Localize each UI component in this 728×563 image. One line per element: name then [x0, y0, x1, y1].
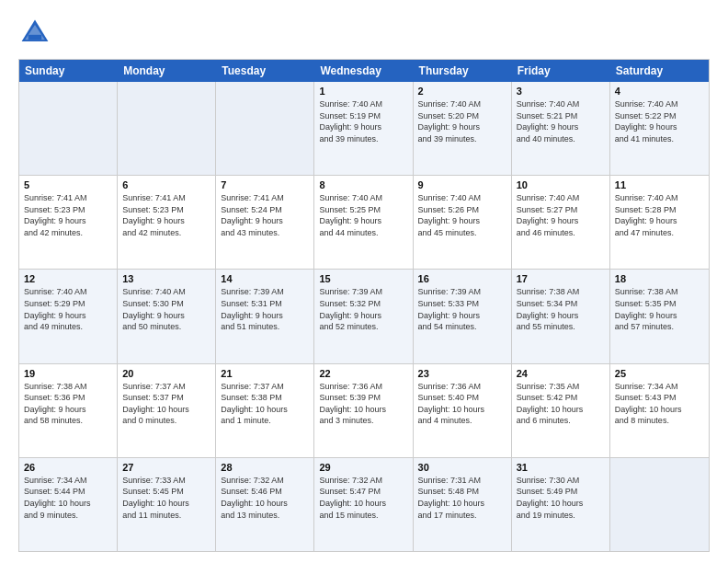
day-info: Sunrise: 7:40 AM Sunset: 5:22 PM Dayligh… [615, 98, 704, 144]
calendar: SundayMondayTuesdayWednesdayThursdayFrid… [18, 59, 710, 552]
empty-cell [19, 82, 118, 175]
header-day-saturday: Saturday [610, 60, 709, 82]
day-number: 19 [24, 368, 112, 379]
header-day-friday: Friday [512, 60, 610, 82]
calendar-body: 1Sunrise: 7:40 AM Sunset: 5:19 PM Daylig… [19, 82, 709, 551]
day-number: 27 [122, 462, 210, 473]
header [18, 17, 710, 50]
day-cell-14: 14Sunrise: 7:39 AM Sunset: 5:31 PM Dayli… [216, 270, 314, 362]
day-number: 17 [517, 273, 605, 284]
day-info: Sunrise: 7:32 AM Sunset: 5:46 PM Dayligh… [221, 475, 309, 521]
day-number: 3 [517, 86, 605, 97]
day-cell-4: 4Sunrise: 7:40 AM Sunset: 5:22 PM Daylig… [610, 82, 709, 175]
empty-cell [216, 82, 314, 175]
day-number: 22 [319, 368, 407, 379]
day-number: 14 [221, 273, 309, 284]
day-cell-29: 29Sunrise: 7:32 AM Sunset: 5:47 PM Dayli… [314, 458, 413, 551]
day-info: Sunrise: 7:40 AM Sunset: 5:20 PM Dayligh… [418, 98, 506, 144]
day-cell-2: 2Sunrise: 7:40 AM Sunset: 5:20 PM Daylig… [414, 82, 512, 175]
day-info: Sunrise: 7:38 AM Sunset: 5:36 PM Dayligh… [24, 381, 112, 427]
day-info: Sunrise: 7:40 AM Sunset: 5:27 PM Dayligh… [517, 192, 605, 238]
day-number: 24 [517, 368, 605, 379]
day-number: 6 [122, 179, 210, 190]
day-info: Sunrise: 7:39 AM Sunset: 5:32 PM Dayligh… [319, 286, 407, 332]
day-cell-20: 20Sunrise: 7:37 AM Sunset: 5:37 PM Dayli… [118, 364, 216, 457]
day-info: Sunrise: 7:36 AM Sunset: 5:40 PM Dayligh… [418, 381, 506, 427]
calendar-row-0: 1Sunrise: 7:40 AM Sunset: 5:19 PM Daylig… [19, 82, 709, 175]
day-info: Sunrise: 7:41 AM Sunset: 5:24 PM Dayligh… [221, 192, 309, 238]
day-info: Sunrise: 7:41 AM Sunset: 5:23 PM Dayligh… [122, 192, 210, 238]
header-day-sunday: Sunday [19, 60, 118, 82]
day-info: Sunrise: 7:37 AM Sunset: 5:37 PM Dayligh… [122, 381, 210, 427]
day-cell-28: 28Sunrise: 7:32 AM Sunset: 5:46 PM Dayli… [216, 458, 314, 551]
day-cell-15: 15Sunrise: 7:39 AM Sunset: 5:32 PM Dayli… [314, 270, 413, 362]
day-cell-25: 25Sunrise: 7:34 AM Sunset: 5:43 PM Dayli… [610, 364, 709, 457]
day-cell-22: 22Sunrise: 7:36 AM Sunset: 5:39 PM Dayli… [314, 364, 413, 457]
header-day-tuesday: Tuesday [216, 60, 314, 82]
day-info: Sunrise: 7:37 AM Sunset: 5:38 PM Dayligh… [221, 381, 309, 427]
day-cell-5: 5Sunrise: 7:41 AM Sunset: 5:23 PM Daylig… [19, 176, 118, 269]
calendar-row-3: 19Sunrise: 7:38 AM Sunset: 5:36 PM Dayli… [19, 363, 709, 457]
day-info: Sunrise: 7:40 AM Sunset: 5:30 PM Dayligh… [122, 286, 210, 332]
day-info: Sunrise: 7:39 AM Sunset: 5:33 PM Dayligh… [418, 286, 506, 332]
day-number: 15 [319, 273, 407, 284]
day-cell-31: 31Sunrise: 7:30 AM Sunset: 5:49 PM Dayli… [512, 458, 610, 551]
day-cell-18: 18Sunrise: 7:38 AM Sunset: 5:35 PM Dayli… [610, 270, 709, 362]
day-number: 20 [122, 368, 210, 379]
day-cell-8: 8Sunrise: 7:40 AM Sunset: 5:25 PM Daylig… [314, 176, 413, 269]
day-cell-3: 3Sunrise: 7:40 AM Sunset: 5:21 PM Daylig… [512, 82, 610, 175]
day-number: 26 [24, 462, 112, 473]
day-number: 13 [122, 273, 210, 284]
day-cell-26: 26Sunrise: 7:34 AM Sunset: 5:44 PM Dayli… [19, 458, 118, 551]
day-info: Sunrise: 7:33 AM Sunset: 5:45 PM Dayligh… [122, 475, 210, 521]
day-info: Sunrise: 7:38 AM Sunset: 5:34 PM Dayligh… [517, 286, 605, 332]
logo-icon [18, 17, 51, 50]
day-number: 9 [418, 179, 506, 190]
day-number: 8 [319, 179, 407, 190]
day-info: Sunrise: 7:40 AM Sunset: 5:19 PM Dayligh… [319, 98, 407, 144]
day-number: 2 [418, 86, 506, 97]
day-info: Sunrise: 7:38 AM Sunset: 5:35 PM Dayligh… [615, 286, 704, 332]
day-info: Sunrise: 7:35 AM Sunset: 5:42 PM Dayligh… [517, 381, 605, 427]
calendar-header: SundayMondayTuesdayWednesdayThursdayFrid… [19, 60, 709, 82]
day-number: 30 [418, 462, 506, 473]
day-number: 10 [517, 179, 605, 190]
day-info: Sunrise: 7:40 AM Sunset: 5:29 PM Dayligh… [24, 286, 112, 332]
day-info: Sunrise: 7:40 AM Sunset: 5:28 PM Dayligh… [615, 192, 704, 238]
day-info: Sunrise: 7:31 AM Sunset: 5:48 PM Dayligh… [418, 475, 506, 521]
day-info: Sunrise: 7:40 AM Sunset: 5:26 PM Dayligh… [418, 192, 506, 238]
day-cell-9: 9Sunrise: 7:40 AM Sunset: 5:26 PM Daylig… [414, 176, 512, 269]
calendar-row-1: 5Sunrise: 7:41 AM Sunset: 5:23 PM Daylig… [19, 175, 709, 269]
day-cell-27: 27Sunrise: 7:33 AM Sunset: 5:45 PM Dayli… [118, 458, 216, 551]
day-number: 1 [319, 86, 407, 97]
day-cell-21: 21Sunrise: 7:37 AM Sunset: 5:38 PM Dayli… [216, 364, 314, 457]
day-cell-10: 10Sunrise: 7:40 AM Sunset: 5:27 PM Dayli… [512, 176, 610, 269]
empty-cell [118, 82, 216, 175]
day-cell-24: 24Sunrise: 7:35 AM Sunset: 5:42 PM Dayli… [512, 364, 610, 457]
header-day-monday: Monday [118, 60, 216, 82]
day-number: 21 [221, 368, 309, 379]
day-number: 12 [24, 273, 112, 284]
day-number: 5 [24, 179, 112, 190]
day-number: 18 [615, 273, 704, 284]
day-number: 23 [418, 368, 506, 379]
day-cell-16: 16Sunrise: 7:39 AM Sunset: 5:33 PM Dayli… [414, 270, 512, 362]
svg-rect-2 [28, 35, 41, 40]
day-cell-6: 6Sunrise: 7:41 AM Sunset: 5:23 PM Daylig… [118, 176, 216, 269]
day-info: Sunrise: 7:40 AM Sunset: 5:25 PM Dayligh… [319, 192, 407, 238]
day-cell-23: 23Sunrise: 7:36 AM Sunset: 5:40 PM Dayli… [414, 364, 512, 457]
day-cell-1: 1Sunrise: 7:40 AM Sunset: 5:19 PM Daylig… [314, 82, 413, 175]
day-cell-11: 11Sunrise: 7:40 AM Sunset: 5:28 PM Dayli… [610, 176, 709, 269]
day-number: 25 [615, 368, 704, 379]
day-info: Sunrise: 7:40 AM Sunset: 5:21 PM Dayligh… [517, 98, 605, 144]
day-info: Sunrise: 7:34 AM Sunset: 5:44 PM Dayligh… [24, 475, 112, 521]
day-info: Sunrise: 7:39 AM Sunset: 5:31 PM Dayligh… [221, 286, 309, 332]
calendar-row-2: 12Sunrise: 7:40 AM Sunset: 5:29 PM Dayli… [19, 269, 709, 362]
day-info: Sunrise: 7:41 AM Sunset: 5:23 PM Dayligh… [24, 192, 112, 238]
day-info: Sunrise: 7:30 AM Sunset: 5:49 PM Dayligh… [517, 475, 605, 521]
day-number: 11 [615, 179, 704, 190]
empty-cell [610, 458, 709, 551]
day-info: Sunrise: 7:32 AM Sunset: 5:47 PM Dayligh… [319, 475, 407, 521]
logo [18, 17, 55, 50]
day-cell-12: 12Sunrise: 7:40 AM Sunset: 5:29 PM Dayli… [19, 270, 118, 362]
